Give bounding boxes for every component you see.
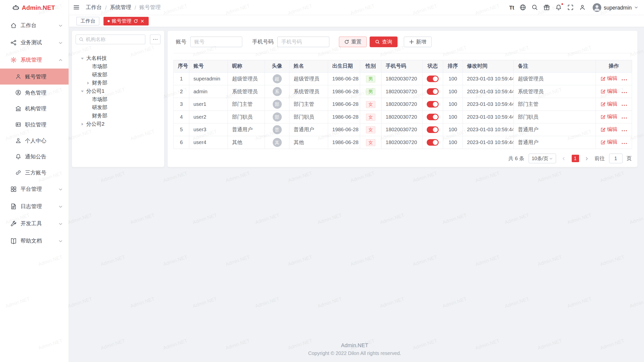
edit-button[interactable]: 编辑 — [600, 126, 617, 133]
more-actions-button[interactable] — [621, 79, 627, 81]
sidebar-item-dev-tools[interactable]: 开发工具 — [0, 215, 69, 233]
status-toggle[interactable] — [427, 101, 438, 108]
more-actions-button[interactable] — [621, 142, 627, 144]
page-number-button[interactable]: 1 — [572, 155, 579, 162]
tree-node-label: 分公司1 — [86, 88, 105, 95]
tree-node-label: 分公司2 — [86, 120, 105, 127]
edit-button[interactable]: 编辑 — [600, 101, 617, 108]
add-button[interactable]: 新增 — [404, 36, 432, 47]
tab-workbench[interactable]: 工作台 — [76, 17, 99, 25]
edit-button-label: 编辑 — [607, 126, 617, 133]
cell-remark: 部门职员 — [514, 111, 596, 123]
logo[interactable]: Admin.NET — [0, 0, 69, 15]
notification-bell-icon[interactable] — [555, 4, 562, 11]
phone-input[interactable] — [277, 36, 329, 47]
tree-node[interactable]: 研发部 — [75, 103, 160, 112]
close-icon[interactable] — [140, 19, 145, 23]
sidebar-item-profile-center[interactable]: 个人中心 — [0, 132, 69, 149]
status-toggle[interactable] — [427, 88, 438, 95]
col-header-avatar: 头像 — [265, 60, 289, 72]
status-toggle[interactable] — [427, 75, 438, 82]
status-toggle[interactable] — [427, 139, 438, 146]
more-actions-button[interactable] — [621, 117, 627, 119]
prev-page-button[interactable] — [560, 155, 567, 162]
caret-spacer — [86, 65, 90, 68]
sidebar-item-workbench[interactable]: 工作台 — [0, 17, 69, 34]
gender-badge: 女 — [366, 139, 376, 146]
goto-page-input[interactable] — [609, 154, 622, 163]
more-actions-button[interactable] — [621, 92, 627, 94]
language-globe-icon[interactable] — [519, 4, 526, 11]
tree-node[interactable]: 财务部 — [75, 112, 160, 120]
user-menu[interactable]: superadmin — [593, 3, 638, 12]
search-icon[interactable] — [532, 4, 538, 11]
cell-modified: 2023-01-03 10:59:44 — [463, 111, 513, 123]
sidebar-item-third-party-account[interactable]: 三方账号 — [0, 165, 69, 181]
sidebar-item-label: 机构管理 — [25, 105, 47, 112]
cell-birthday: 1986-06-28 — [328, 98, 360, 111]
sidebar-item-account-management[interactable]: 账号管理 — [0, 69, 69, 85]
caret-down-icon[interactable] — [80, 89, 84, 93]
cell-avatar: 普 — [265, 123, 289, 136]
breadcrumb-item[interactable]: 系统管理 — [110, 4, 131, 11]
edit-button[interactable]: 编辑 — [600, 75, 617, 82]
refresh-icon[interactable] — [134, 19, 138, 23]
cell-nickname: 部门主管 — [228, 98, 265, 111]
hamburger-menu-icon[interactable] — [73, 4, 80, 11]
sidebar-item-platform-management[interactable]: 平台管理 — [0, 180, 69, 198]
tree-node[interactable]: 分公司2 — [75, 120, 160, 128]
caret-right-icon[interactable] — [86, 81, 90, 85]
sidebar-item-help-docs[interactable]: 帮助文档 — [0, 232, 69, 250]
edit-pencil-icon — [600, 114, 606, 119]
more-actions-button[interactable] — [621, 104, 627, 106]
goto-label: 前往 — [594, 155, 605, 162]
cell-name: 系统管理员 — [289, 85, 328, 98]
edit-button[interactable]: 编辑 — [600, 113, 617, 120]
sidebar-item-business-test[interactable]: 业务测试 — [0, 34, 69, 52]
user-settings-icon[interactable] — [579, 4, 586, 11]
search-icon — [79, 37, 84, 42]
sidebar-item-log-management[interactable]: 日志管理 — [0, 198, 69, 215]
col-header-actions: 操作 — [596, 60, 632, 72]
sidebar-item-system-management[interactable]: 系统管理 — [0, 51, 69, 69]
tree-more-button[interactable] — [150, 34, 160, 44]
cell-order: 100 — [443, 123, 463, 136]
status-toggle[interactable] — [427, 126, 438, 133]
org-search-input[interactable] — [86, 36, 142, 42]
sidebar-item-notice[interactable]: 通知公告 — [0, 149, 69, 165]
sidebar-item-role-management[interactable]: 角色管理 — [0, 84, 69, 101]
status-toggle[interactable] — [427, 114, 438, 120]
cell-avatar: 其 — [265, 136, 289, 149]
gender-badge: 女 — [366, 101, 376, 108]
next-page-button[interactable] — [583, 155, 590, 162]
chevron-down-icon — [58, 23, 63, 28]
cell-no: 1 — [174, 72, 189, 85]
tree-node[interactable]: 财务部 — [75, 79, 160, 87]
caret-right-icon[interactable] — [80, 122, 84, 126]
edit-button-label: 编辑 — [607, 88, 617, 95]
tree-node[interactable]: 市场部 — [75, 62, 160, 71]
sidebar-item-org-management[interactable]: 机构管理 — [0, 101, 69, 117]
more-actions-button[interactable] — [621, 130, 627, 132]
tree-node[interactable]: 研发部 — [75, 71, 160, 79]
breadcrumb-item[interactable]: 工作台 — [86, 4, 102, 11]
theme-gift-icon[interactable] — [543, 4, 550, 11]
tree-node[interactable]: 市场部 — [75, 95, 160, 104]
tab-account-management[interactable]: 账号管理 — [103, 17, 149, 25]
sidebar-item-position-management[interactable]: 职位管理 — [0, 117, 69, 133]
fullscreen-icon[interactable] — [567, 4, 574, 11]
font-size-icon[interactable]: Tt — [509, 5, 514, 10]
search-button[interactable]: 查询 — [370, 36, 397, 47]
edit-button[interactable]: 编辑 — [600, 88, 617, 95]
cell-remark: 系统管理员 — [514, 85, 596, 98]
page-size-select[interactable]: 10条/页 — [528, 154, 556, 163]
reset-button[interactable]: 重置 — [339, 36, 367, 47]
cell-birthday: 1986-06-28 — [328, 111, 360, 123]
edit-button[interactable]: 编辑 — [600, 139, 617, 146]
caret-down-icon[interactable] — [80, 56, 84, 60]
account-input[interactable] — [190, 36, 242, 47]
tree-node[interactable]: 分公司1 — [75, 87, 160, 95]
cell-phone: 18020030720 — [381, 98, 422, 111]
tree-node[interactable]: 大名科技 — [75, 54, 160, 63]
sidebar-menu: 工作台 业务测试 系统管理 账号管理 角色管理 — [0, 15, 69, 362]
